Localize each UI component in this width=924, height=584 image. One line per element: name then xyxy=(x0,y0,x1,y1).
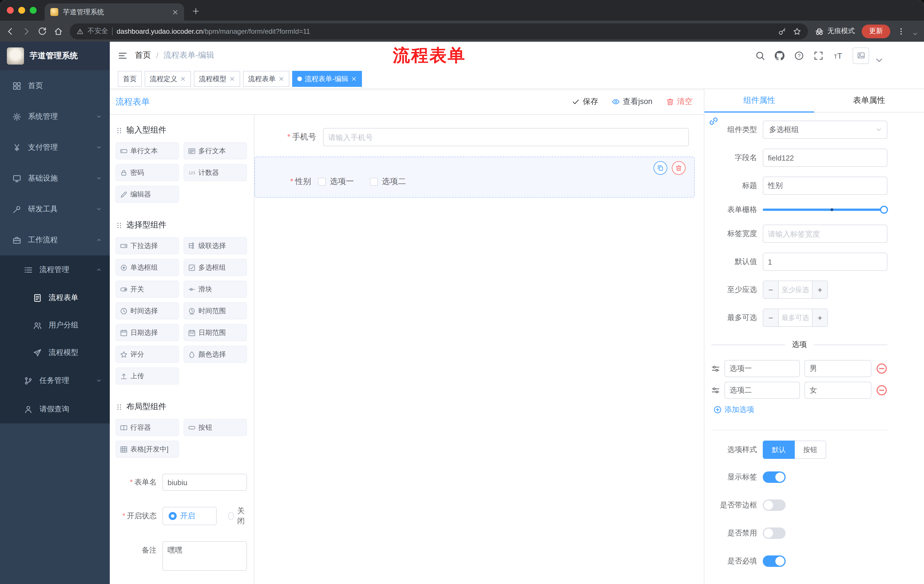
fullscreen-icon[interactable] xyxy=(813,51,823,60)
palette-item-radio-group[interactable]: 单选框组 xyxy=(116,259,179,276)
close-icon[interactable] xyxy=(351,76,357,82)
sidebar-item-system-management[interactable]: 系统管理 xyxy=(0,101,110,132)
sidebar-item-payment-management[interactable]: 支付管理 xyxy=(0,132,110,163)
palette-item-table[interactable]: 表格[开发中] xyxy=(116,441,179,458)
tab-close-icon[interactable] xyxy=(172,9,178,15)
palette-item-rate[interactable]: 评分 xyxy=(116,346,179,363)
profile-chevron-icon[interactable] xyxy=(912,31,918,37)
help-icon[interactable]: ? xyxy=(794,51,804,60)
sidebar-item-workflow[interactable]: 工作流程 xyxy=(0,225,110,255)
decrease-button[interactable]: − xyxy=(763,281,779,298)
palette-item-color-picker[interactable]: 颜色选择 xyxy=(183,346,247,363)
close-icon[interactable] xyxy=(279,76,284,82)
copy-component-button[interactable] xyxy=(653,161,667,175)
password-manager-icon[interactable] xyxy=(778,27,786,35)
github-icon[interactable] xyxy=(775,51,784,60)
window-zoom-button[interactable] xyxy=(30,7,36,14)
increase-button[interactable]: + xyxy=(812,281,827,298)
breadcrumb-home[interactable]: 首页 xyxy=(135,50,151,61)
forward-button[interactable] xyxy=(22,26,31,36)
tab-component-props[interactable]: 组件属性 xyxy=(705,89,814,112)
sidebar-item-dev-tools[interactable]: 研发工具 xyxy=(0,194,110,225)
option-name-input[interactable] xyxy=(724,360,800,377)
form-name-input[interactable] xyxy=(162,474,247,491)
palette-item-password[interactable]: 密码 xyxy=(116,164,179,181)
save-button[interactable]: 保存 xyxy=(572,97,598,107)
toggle-with-border[interactable] xyxy=(763,499,785,511)
sidebar-item-process-form[interactable]: 流程表单 xyxy=(0,284,110,311)
close-icon[interactable] xyxy=(180,76,186,82)
reload-button[interactable] xyxy=(38,26,47,36)
decrease-button[interactable]: − xyxy=(763,309,779,326)
option-name-input[interactable] xyxy=(724,382,800,399)
toggle-disabled[interactable] xyxy=(763,527,785,539)
slider-handle[interactable] xyxy=(880,206,888,214)
toggle-show-label[interactable] xyxy=(763,471,785,483)
window-close-button[interactable] xyxy=(7,7,14,14)
palette-item-time-range[interactable]: 时间范围 xyxy=(183,302,247,319)
url-bar[interactable]: 不安全 dashboard.yudao.iocoder.cn/bpm/manag… xyxy=(70,23,808,39)
palette-item-editor[interactable]: 编辑器 xyxy=(116,186,179,203)
clear-button[interactable]: 清空 xyxy=(666,97,693,107)
delete-component-button[interactable] xyxy=(672,161,686,175)
sidebar-item-home[interactable]: 首页 xyxy=(0,70,110,101)
component-type-select[interactable]: 多选框组 xyxy=(763,120,888,139)
palette-item-cascader[interactable]: 级联选择 xyxy=(183,237,247,254)
browser-tab[interactable]: 芋道管理系统 xyxy=(45,3,184,21)
remove-option-button[interactable] xyxy=(876,363,888,374)
tag-process-form[interactable]: 流程表单 xyxy=(243,71,289,87)
palette-item-date-picker[interactable]: 日期选择 xyxy=(116,324,179,341)
palette-item-counter[interactable]: 123计数器 xyxy=(183,164,247,181)
form-canvas[interactable]: *手机号 *性别 选项一 xyxy=(254,115,704,584)
home-button[interactable] xyxy=(54,26,63,36)
stepper-placeholder[interactable]: 最多可选 xyxy=(779,309,812,326)
drag-handle-icon[interactable] xyxy=(711,364,720,373)
palette-item-slider[interactable]: 滑块 xyxy=(183,281,247,298)
tag-home[interactable]: 首页 xyxy=(118,71,142,87)
label-width-input[interactable] xyxy=(763,225,888,243)
avatar[interactable] xyxy=(853,47,869,64)
sidebar-toggle-icon[interactable] xyxy=(110,42,135,69)
status-radio-off[interactable]: 关闭 xyxy=(228,506,247,526)
palette-item-time-picker[interactable]: 时间选择 xyxy=(116,302,179,319)
sidebar-item-user-group[interactable]: 用户分组 xyxy=(0,311,110,339)
palette-item-input[interactable]: 单行文本 xyxy=(116,142,179,160)
tag-process-definition[interactable]: 流程定义 xyxy=(145,71,191,87)
title-input[interactable] xyxy=(763,176,888,195)
stepper-placeholder[interactable]: 至少应选 xyxy=(779,281,812,298)
close-icon[interactable] xyxy=(229,76,235,82)
palette-item-textarea[interactable]: 多行文本 xyxy=(183,142,247,160)
tag-process-model[interactable]: 流程模型 xyxy=(194,71,240,87)
drag-handle-icon[interactable] xyxy=(711,386,720,395)
default-value-input[interactable] xyxy=(763,253,888,271)
remark-textarea[interactable]: 嘿嘿 xyxy=(162,541,247,571)
sidebar-item-infrastructure[interactable]: 基础设施 xyxy=(0,163,110,194)
palette-item-date-range[interactable]: 日期范围 xyxy=(183,324,247,341)
update-button[interactable]: 更新 xyxy=(862,24,890,38)
grid-slider[interactable] xyxy=(763,209,884,211)
option-style-button-button[interactable]: 按钮 xyxy=(795,441,826,459)
checkbox-option-1[interactable]: 选项一 xyxy=(318,176,354,187)
add-option-button[interactable]: 添加选项 xyxy=(714,405,888,415)
search-icon[interactable] xyxy=(755,51,765,60)
palette-item-select[interactable]: 下拉选择 xyxy=(116,237,179,254)
sidebar-item-process-model[interactable]: 流程模型 xyxy=(0,339,110,366)
back-button[interactable] xyxy=(6,26,15,36)
sidebar-item-leave-query[interactable]: 请假查询 xyxy=(0,395,110,423)
status-radio-on[interactable]: 开启 xyxy=(162,507,217,525)
bookmark-icon[interactable] xyxy=(793,27,801,35)
palette-item-upload[interactable]: 上传 xyxy=(116,367,179,385)
form-field-gender-selected[interactable]: *性别 选项一 选项二 xyxy=(254,156,695,198)
security-warning-icon[interactable] xyxy=(77,28,84,35)
avatar-caret-icon[interactable] xyxy=(874,55,884,65)
window-minimize-button[interactable] xyxy=(18,7,25,14)
sidebar-item-process-management[interactable]: 流程管理 xyxy=(0,255,110,284)
font-size-icon[interactable]: TT xyxy=(833,51,843,60)
new-tab-button[interactable] xyxy=(188,3,203,19)
field-name-input[interactable] xyxy=(763,148,888,167)
phone-input[interactable] xyxy=(323,128,689,146)
tag-process-form-edit[interactable]: 流程表单-编辑 xyxy=(292,71,362,87)
palette-item-checkbox-group[interactable]: 多选框组 xyxy=(183,259,247,276)
form-field-phone[interactable]: *手机号 xyxy=(260,123,689,151)
palette-item-row-container[interactable]: 行容器 xyxy=(116,419,179,436)
